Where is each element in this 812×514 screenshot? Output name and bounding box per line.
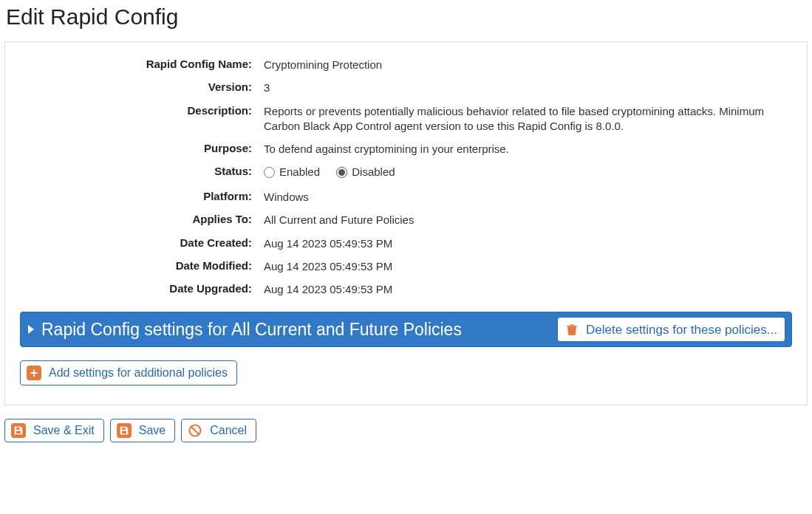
page-title: Edit Rapid Config <box>6 4 808 30</box>
save-and-exit-button[interactable]: Save & Exit <box>4 419 104 442</box>
cancel-icon <box>188 423 202 438</box>
label-rapid-config-name: Rapid Config Name: <box>20 57 264 70</box>
value-platform: Windows <box>264 189 792 205</box>
field-applies-to: Applies To: All Current and Future Polic… <box>20 212 792 227</box>
cancel-label: Cancel <box>210 424 247 437</box>
save-button[interactable]: Save <box>110 419 175 442</box>
field-description: Description: Reports or prevents potenti… <box>20 103 792 134</box>
cancel-button[interactable]: Cancel <box>181 419 256 442</box>
field-rapid-config-name: Rapid Config Name: Cryptomining Protecti… <box>20 57 792 72</box>
label-status: Status: <box>20 164 264 177</box>
value-applies-to: All Current and Future Policies <box>264 212 792 227</box>
status-disabled-radio[interactable] <box>336 167 347 178</box>
save-label: Save <box>139 424 166 437</box>
field-date-upgraded: Date Upgraded: Aug 14 2023 05:49:53 PM <box>20 281 792 297</box>
trash-icon <box>565 322 579 337</box>
label-date-created: Date Created: <box>20 236 264 249</box>
status-radio-group: Enabled Disabled <box>264 164 792 182</box>
field-purpose: Purpose: To defend against cryptomining … <box>20 141 792 157</box>
field-date-created: Date Created: Aug 14 2023 05:49:53 PM <box>20 236 792 251</box>
field-date-modified: Date Modified: Aug 14 2023 05:49:53 PM <box>20 258 792 274</box>
value-purpose: To defend against cryptomining in your e… <box>264 141 792 157</box>
config-panel: Rapid Config Name: Cryptomining Protecti… <box>4 41 808 405</box>
label-date-upgraded: Date Upgraded: <box>20 281 264 295</box>
field-status: Status: Enabled Disabled <box>20 164 792 182</box>
label-platform: Platform: <box>20 189 264 202</box>
plus-icon: + <box>27 366 41 380</box>
value-date-created: Aug 14 2023 05:49:53 PM <box>264 236 792 251</box>
label-version: Version: <box>20 80 264 93</box>
label-description: Description: <box>20 103 264 117</box>
value-date-upgraded: Aug 14 2023 05:49:53 PM <box>264 281 792 297</box>
caret-right-icon <box>28 325 34 334</box>
field-version: Version: 3 <box>20 80 792 95</box>
status-enabled-option[interactable]: Enabled <box>264 165 320 179</box>
value-rapid-config-name: Cryptomining Protection <box>264 57 792 72</box>
settings-section-title: Rapid Config settings for All Current an… <box>41 320 551 340</box>
status-disabled-option[interactable]: Disabled <box>336 165 395 179</box>
status-enabled-radio[interactable] <box>264 167 275 178</box>
svg-line-1 <box>191 427 199 434</box>
value-date-modified: Aug 14 2023 05:49:53 PM <box>264 258 792 274</box>
label-applies-to: Applies To: <box>20 212 264 225</box>
save-icon <box>11 423 26 438</box>
label-date-modified: Date Modified: <box>20 258 264 272</box>
label-purpose: Purpose: <box>20 141 264 154</box>
add-settings-label: Add settings for additional policies <box>49 366 228 380</box>
delete-settings-button[interactable]: Delete settings for these policies... <box>557 317 785 342</box>
save-and-exit-label: Save & Exit <box>33 424 95 437</box>
value-version: 3 <box>264 80 792 95</box>
save-icon <box>117 423 132 438</box>
field-platform: Platform: Windows <box>20 189 792 205</box>
settings-section-header[interactable]: Rapid Config settings for All Current an… <box>20 312 792 347</box>
footer-buttons: Save & Exit Save Cancel <box>4 419 808 442</box>
value-description: Reports or prevents potentially maliciou… <box>264 103 792 134</box>
status-enabled-label: Enabled <box>279 165 320 179</box>
status-disabled-label: Disabled <box>352 165 395 179</box>
add-settings-button[interactable]: + Add settings for additional policies <box>20 360 237 386</box>
delete-settings-label: Delete settings for these policies... <box>586 323 777 336</box>
